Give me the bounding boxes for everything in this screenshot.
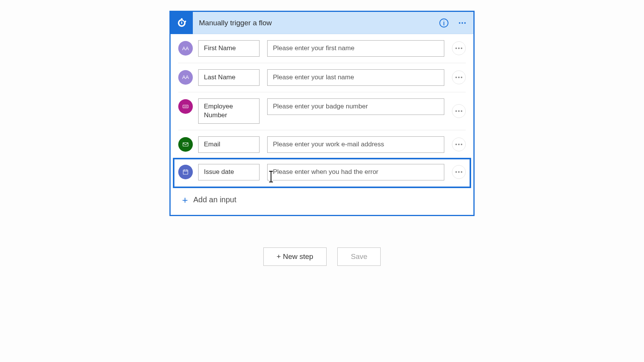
trigger-icon [171, 12, 193, 34]
card-title: Manually trigger a flow [193, 19, 437, 27]
ellipsis-icon [455, 110, 462, 112]
input-row-employee-number: 123 Employee Number Please enter your ba… [178, 92, 466, 130]
email-type-icon [178, 137, 193, 152]
card-header: Manually trigger a flow [171, 12, 473, 34]
input-description[interactable]: Please enter your last name [267, 69, 444, 86]
add-input-label: Add an input [193, 195, 236, 204]
ellipsis-icon [455, 144, 462, 145]
footer-buttons: + New step Save [263, 247, 381, 266]
input-row-first-name: AA First Name Please enter your first na… [178, 34, 466, 63]
text-type-icon: AA [178, 70, 193, 85]
info-button[interactable] [437, 16, 451, 30]
svg-text:123: 123 [184, 105, 187, 108]
input-description[interactable]: Please enter your work e-mail address [267, 136, 444, 153]
ellipsis-icon [455, 77, 462, 78]
svg-point-2 [444, 20, 444, 21]
input-description[interactable]: Please enter when you had the error [267, 164, 444, 180]
input-row-issue-date: Issue date Please enter when you had the… [173, 158, 471, 188]
row-menu-button[interactable] [452, 70, 466, 84]
card-menu-button[interactable] [455, 16, 470, 30]
svg-rect-6 [183, 170, 188, 174]
input-rows: AA First Name Please enter your first na… [171, 34, 473, 188]
ellipsis-icon [455, 48, 462, 49]
row-menu-button[interactable] [452, 138, 466, 151]
save-label: Save [351, 252, 367, 261]
input-description[interactable]: Please enter your first name [267, 40, 444, 57]
new-step-button[interactable]: + New step [263, 247, 327, 266]
input-label[interactable]: Email [198, 136, 260, 153]
row-menu-button[interactable] [452, 41, 466, 55]
input-label[interactable]: Employee Number [198, 98, 260, 124]
input-label[interactable]: Last Name [198, 69, 260, 86]
new-step-label: + New step [277, 252, 314, 261]
plus-icon: + [182, 195, 188, 205]
input-label[interactable]: Issue date [198, 164, 260, 180]
input-description[interactable]: Please enter your badge number [267, 98, 444, 115]
text-cursor-icon [271, 171, 271, 182]
text-type-icon: AA [178, 41, 193, 56]
row-menu-button[interactable] [452, 165, 466, 179]
svg-rect-5 [183, 143, 188, 146]
trigger-card: Manually trigger a flow AA First Name Pl… [169, 11, 475, 216]
input-label[interactable]: First Name [198, 40, 260, 57]
input-row-last-name: AA Last Name Please enter your last name [178, 63, 466, 92]
ellipsis-icon [459, 22, 466, 24]
save-button[interactable]: Save [337, 247, 381, 266]
ellipsis-icon [455, 171, 462, 173]
add-input-button[interactable]: + Add an input [171, 187, 473, 215]
input-row-email: Email Please enter your work e-mail addr… [178, 130, 466, 159]
number-type-icon: 123 [178, 99, 193, 114]
date-type-icon [178, 165, 193, 179]
row-menu-button[interactable] [452, 104, 466, 118]
